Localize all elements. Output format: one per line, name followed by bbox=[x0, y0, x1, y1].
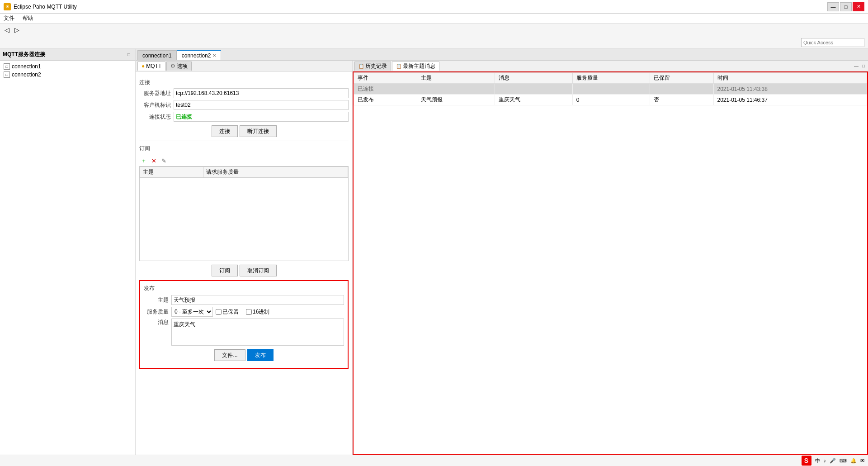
history-minimize-btn[interactable]: — bbox=[853, 63, 860, 69]
sidebar-label-connection2: connection2 bbox=[12, 71, 41, 78]
client-id-row: 客户机标识 bbox=[139, 100, 349, 110]
sidebar-maximize-btn[interactable]: □ bbox=[125, 51, 132, 58]
title-bar: ☀ Eclipse Paho MQTT Utility — □ ✕ bbox=[0, 0, 868, 14]
publish-retain-checkbox[interactable] bbox=[216, 309, 222, 315]
toolbar-forward-icon[interactable]: ▷ bbox=[12, 25, 22, 35]
main-area: connection1 connection2 ✕ ● MQTT ⚙ bbox=[136, 49, 868, 455]
status-icon-keyboard: ⌨ bbox=[840, 458, 847, 464]
col-time: 时间 bbox=[713, 73, 867, 84]
tab-bar: connection1 connection2 ✕ bbox=[136, 49, 868, 61]
app-icon: ☀ bbox=[4, 3, 11, 10]
status-icon-bell: 🔔 bbox=[850, 458, 857, 464]
client-id-input[interactable] bbox=[174, 100, 349, 110]
col-qos: 服务质量 bbox=[572, 73, 650, 84]
client-id-label: 客户机标识 bbox=[139, 101, 171, 109]
publish-message-input[interactable]: 重庆天气 bbox=[171, 319, 344, 346]
menu-help[interactable]: 帮助 bbox=[21, 14, 35, 23]
content-area: ● MQTT ⚙ 选项 连接 服务器地址 bbox=[136, 61, 868, 455]
publish-message-row: 消息 重庆天气 bbox=[144, 319, 344, 346]
server-addr-row: 服务器地址 bbox=[139, 88, 349, 98]
cell-qos-0 bbox=[572, 84, 650, 95]
tab-connection1[interactable]: connection1 bbox=[137, 50, 177, 60]
file-button[interactable]: 文件... bbox=[214, 349, 245, 361]
minimize-button[interactable]: — bbox=[827, 2, 839, 11]
add-subscription-button[interactable]: + bbox=[139, 156, 148, 165]
history-tab-history-label: 历史记录 bbox=[365, 62, 387, 70]
cell-topic-1: 天气预报 bbox=[417, 95, 495, 105]
sub-tab-options[interactable]: ⚙ 选项 bbox=[166, 62, 192, 71]
sidebar-controls: — □ bbox=[117, 51, 132, 58]
edit-subscription-button[interactable]: ✎ bbox=[159, 156, 168, 165]
table-row: 已连接 2021-01-05 11:43:38 bbox=[354, 84, 867, 95]
tab-connection2-close[interactable]: ✕ bbox=[212, 53, 216, 58]
window-controls: — □ ✕ bbox=[827, 2, 864, 11]
publish-section-label: 发布 bbox=[144, 285, 344, 292]
cell-qos-1: 0 bbox=[572, 95, 650, 105]
sub-toolbar: + ✕ ✎ bbox=[139, 156, 349, 165]
delete-subscription-button[interactable]: ✕ bbox=[149, 156, 158, 165]
publish-buttons: 文件... 发布 bbox=[144, 349, 344, 361]
mqtt-form: 连接 服务器地址 客户机标识 连接状态 连接 bbox=[136, 71, 352, 455]
tab-connection2[interactable]: connection2 ✕ bbox=[177, 50, 222, 60]
subscription-table-wrapper: 主题 请求服务质量 bbox=[139, 166, 349, 261]
status-icon-mic: 🎤 bbox=[830, 458, 836, 464]
history-tab-latest-label: 最新主题消息 bbox=[403, 62, 435, 70]
publish-section: 发布 主题 服务质量 0 - 至多一次 1 - 至少一次 2 - 只有一次 bbox=[139, 280, 349, 369]
server-addr-input[interactable] bbox=[174, 88, 349, 98]
sidebar-item-connection2[interactable]: □ connection2 bbox=[0, 71, 135, 79]
status-text-ime: 中 bbox=[815, 457, 820, 464]
quick-access-bar bbox=[0, 36, 868, 49]
mqtt-panel: ● MQTT ⚙ 选项 连接 服务器地址 bbox=[136, 61, 353, 455]
menu-file[interactable]: 文件 bbox=[2, 14, 16, 23]
maximize-button[interactable]: □ bbox=[840, 2, 852, 11]
subscription-buttons: 订阅 取消订阅 bbox=[139, 265, 349, 276]
table-row: 已发布 天气预报 重庆天气 0 否 2021-01-05 11:46:37 bbox=[354, 95, 867, 105]
cell-topic-0 bbox=[417, 84, 495, 95]
col-retained: 已保留 bbox=[650, 73, 713, 84]
cell-message-1: 重庆天气 bbox=[495, 95, 572, 105]
col-topic: 主题 bbox=[417, 73, 495, 84]
tree-icon-connection1: □ bbox=[4, 63, 10, 70]
status-icon-mail: ✉ bbox=[860, 458, 864, 464]
disconnect-button[interactable]: 断开连接 bbox=[240, 125, 277, 137]
status-bar: S 中 ♪ 🎤 ⌨ 🔔 ✉ bbox=[0, 455, 868, 466]
toolbar-back-icon[interactable]: ◁ bbox=[2, 25, 12, 35]
connect-button[interactable]: 连接 bbox=[212, 125, 238, 137]
history-maximize-btn[interactable]: □ bbox=[861, 63, 866, 69]
sidebar-minimize-btn[interactable]: — bbox=[117, 51, 124, 58]
close-button[interactable]: ✕ bbox=[853, 2, 864, 11]
history-table-wrapper: 事件 主题 消息 服务质量 已保留 时间 已连接 bbox=[353, 71, 868, 455]
publish-button[interactable]: 发布 bbox=[247, 349, 274, 361]
history-tab-bar: 📋 历史记录 📋 最新主题消息 — □ bbox=[353, 61, 868, 71]
sub-tab-mqtt[interactable]: ● MQTT bbox=[137, 62, 165, 71]
sub-tab-options-label: 选项 bbox=[177, 62, 188, 70]
menu-bar: 文件 帮助 bbox=[0, 14, 868, 24]
unsubscribe-button[interactable]: 取消订阅 bbox=[240, 265, 277, 276]
tab-connection2-label: connection2 bbox=[182, 52, 211, 59]
publish-topic-input[interactable] bbox=[171, 295, 344, 305]
connection-status-label: 连接状态 bbox=[139, 113, 171, 121]
cell-retained-0 bbox=[650, 84, 713, 95]
status-icon-s: S bbox=[802, 456, 811, 466]
col-message: 消息 bbox=[495, 73, 572, 84]
app-title: Eclipse Paho MQTT Utility bbox=[14, 4, 825, 10]
publish-topic-label: 主题 bbox=[144, 296, 169, 304]
quick-access-input[interactable] bbox=[801, 38, 864, 47]
sidebar-content: □ connection1 □ connection2 bbox=[0, 61, 135, 455]
publish-hex-label: 16进制 bbox=[253, 308, 269, 316]
subscription-section: + ✕ ✎ 主题 请求服务质量 bbox=[139, 156, 349, 261]
publish-hex-checkbox[interactable] bbox=[246, 309, 252, 315]
publish-topic-row: 主题 bbox=[144, 295, 344, 305]
connection-section-label: 连接 bbox=[139, 79, 349, 86]
sidebar-label-connection1: connection1 bbox=[12, 63, 41, 70]
connection-status-input bbox=[174, 112, 349, 122]
sidebar-title: MQTT服务器连接 bbox=[3, 51, 45, 58]
subscribe-button[interactable]: 订阅 bbox=[212, 265, 238, 276]
sidebar-item-connection1[interactable]: □ connection1 bbox=[0, 62, 135, 71]
connection-buttons: 连接 断开连接 bbox=[139, 125, 349, 137]
tab-connection1-label: connection1 bbox=[142, 52, 172, 59]
sub-tab-bar: ● MQTT ⚙ 选项 bbox=[136, 61, 352, 71]
history-tab-latest[interactable]: 📋 最新主题消息 bbox=[392, 62, 439, 71]
history-tab-history[interactable]: 📋 历史记录 bbox=[354, 62, 391, 71]
publish-qos-select[interactable]: 0 - 至多一次 1 - 至少一次 2 - 只有一次 bbox=[171, 307, 213, 317]
